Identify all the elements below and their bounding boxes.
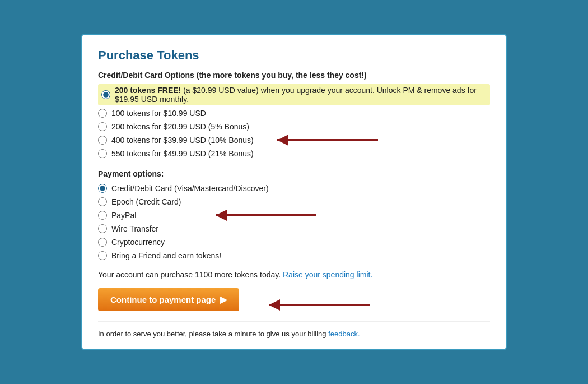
payment-radio-paypal[interactable] bbox=[98, 211, 107, 220]
token-option-100-label[interactable]: 100 tokens for $10.99 USD bbox=[111, 109, 206, 118]
token-option-400[interactable]: 400 tokens for $39.99 USD (10% Bonus) bbox=[98, 135, 490, 146]
token-radio-free[interactable] bbox=[101, 90, 110, 99]
token-option-free-label[interactable]: 200 tokens FREE! (a $20.99 USD value) wh… bbox=[115, 86, 487, 104]
payment-radio-epoch[interactable] bbox=[98, 197, 107, 206]
arrow-400-icon bbox=[272, 132, 384, 148]
token-options-section: Credit/Debit Card Options (the more toke… bbox=[98, 71, 490, 159]
svg-marker-3 bbox=[216, 210, 227, 221]
token-radio-100[interactable] bbox=[98, 109, 107, 118]
payment-radio-friend[interactable] bbox=[98, 251, 107, 260]
raise-spending-limit-link[interactable]: Raise your spending limit. bbox=[283, 270, 372, 279]
svg-marker-1 bbox=[277, 135, 288, 146]
token-radio-200[interactable] bbox=[98, 122, 107, 131]
continue-button-arrow: ▶ bbox=[220, 294, 227, 305]
free-token-strong: 200 tokens FREE! bbox=[115, 86, 181, 95]
token-option-200[interactable]: 200 tokens for $20.99 USD (5% Bonus) bbox=[98, 121, 490, 132]
continue-button-label: Continue to payment page bbox=[110, 295, 216, 304]
feedback-text-before: In order to serve you better, please tak… bbox=[98, 330, 326, 338]
payment-epoch-label[interactable]: Epoch (Credit Card) bbox=[111, 197, 181, 206]
payment-options-list: Credit/Debit Card (Visa/Mastercard/Disco… bbox=[98, 183, 490, 261]
feedback-section: In order to serve you better, please tak… bbox=[98, 321, 490, 338]
token-option-550[interactable]: 550 tokens for $49.99 USD (21% Bonus) bbox=[98, 148, 490, 159]
payment-paypal-label[interactable]: PayPal bbox=[111, 211, 136, 220]
payment-wire-label[interactable]: Wire Transfer bbox=[111, 224, 158, 233]
token-option-550-label[interactable]: 550 tokens for $49.99 USD (21% Bonus) bbox=[111, 149, 254, 158]
token-option-free[interactable]: 200 tokens FREE! (a $20.99 USD value) wh… bbox=[98, 84, 490, 105]
token-section-label: Credit/Debit Card Options (the more toke… bbox=[98, 71, 490, 80]
payment-section-label: Payment options: bbox=[98, 169, 490, 178]
page-title: Purchase Tokens bbox=[98, 48, 490, 63]
payment-option-friend[interactable]: Bring a Friend and earn tokens! bbox=[98, 250, 490, 261]
payment-radio-card[interactable] bbox=[98, 184, 107, 193]
payment-card-label[interactable]: Credit/Debit Card (Visa/Mastercard/Disco… bbox=[111, 184, 269, 193]
token-option-200-label[interactable]: 200 tokens for $20.99 USD (5% Bonus) bbox=[111, 122, 249, 131]
payment-radio-wire[interactable] bbox=[98, 224, 107, 233]
continue-button[interactable]: Continue to payment page ▶ bbox=[98, 288, 239, 311]
payment-option-epoch[interactable]: Epoch (Credit Card) bbox=[98, 196, 490, 207]
token-option-100[interactable]: 100 tokens for $10.99 USD bbox=[98, 108, 490, 119]
token-radio-550[interactable] bbox=[98, 149, 107, 158]
token-radio-400[interactable] bbox=[98, 136, 107, 145]
payment-crypto-label[interactable]: Cryptocurrency bbox=[111, 238, 165, 247]
arrow-paypal-icon bbox=[210, 207, 322, 223]
token-option-400-label[interactable]: 400 tokens for $39.99 USD (10% Bonus) bbox=[111, 136, 254, 145]
svg-marker-5 bbox=[269, 299, 280, 311]
feedback-link[interactable]: feedback. bbox=[328, 330, 360, 338]
payment-friend-label[interactable]: Bring a Friend and earn tokens! bbox=[111, 251, 221, 260]
purchase-tokens-card: Purchase Tokens Credit/Debit Card Option… bbox=[81, 34, 507, 350]
payment-option-paypal[interactable]: PayPal bbox=[98, 210, 490, 221]
spend-limit-before: Your account can purchase 1100 more toke… bbox=[98, 270, 281, 279]
continue-btn-wrapper: Continue to payment page ▶ bbox=[98, 288, 239, 321]
payment-radio-crypto[interactable] bbox=[98, 238, 107, 247]
payment-option-crypto[interactable]: Cryptocurrency bbox=[98, 237, 490, 248]
payment-section: Payment options: Credit/Debit Card (Visa… bbox=[98, 169, 490, 261]
spend-limit-text: Your account can purchase 1100 more toke… bbox=[98, 270, 490, 279]
payment-option-wire[interactable]: Wire Transfer bbox=[98, 223, 490, 234]
payment-option-card[interactable]: Credit/Debit Card (Visa/Mastercard/Disco… bbox=[98, 183, 490, 194]
arrow-button-icon bbox=[263, 297, 375, 313]
